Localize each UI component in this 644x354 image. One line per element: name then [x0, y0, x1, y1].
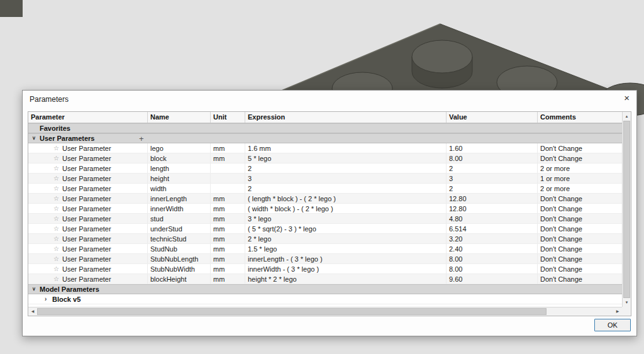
unit-cell[interactable]	[211, 163, 245, 173]
add-parameter-icon[interactable]: +	[139, 134, 144, 143]
unit-cell[interactable]: mm	[211, 194, 245, 203]
parameter-row-block[interactable]: ☆User Parameterblockmm5 * lego8.00Don't …	[28, 153, 623, 163]
value-cell[interactable]: 3.20	[447, 234, 538, 243]
comments-cell[interactable]: 2 or more	[538, 163, 623, 173]
expression-cell[interactable]: ( width * block ) - ( 2 * lego )	[245, 204, 447, 213]
name-cell[interactable]: block	[148, 153, 211, 163]
favorite-star-icon[interactable]: ☆	[53, 244, 59, 253]
unit-cell[interactable]: mm	[211, 244, 245, 253]
value-cell[interactable]: 9.60	[447, 274, 538, 284]
name-cell[interactable]: technicStud	[148, 234, 211, 243]
comments-cell[interactable]: Don't Change	[538, 224, 623, 233]
horizontal-scrollbar[interactable]: ◀ ▶	[28, 307, 622, 316]
expression-cell[interactable]: ( length * block ) - ( 2 * lego )	[245, 194, 447, 203]
comments-cell[interactable]: Don't Change	[538, 143, 623, 153]
column-header-name[interactable]: Name	[148, 112, 211, 123]
name-cell[interactable]: underStud	[148, 224, 211, 233]
expression-cell[interactable]: ( 5 * sqrt(2) - 3 ) * lego	[245, 224, 447, 233]
name-cell[interactable]: lego	[148, 143, 211, 153]
parameter-row-stud[interactable]: ☆User Parameterstudmm3 * lego4.80Don't C…	[28, 214, 623, 224]
value-cell[interactable]: 2	[447, 184, 538, 193]
favorite-star-icon[interactable]: ☆	[53, 204, 59, 213]
parameter-row-technicstud[interactable]: ☆User ParametertechnicStudmm2 * lego3.20…	[28, 234, 623, 244]
group-row-user-parameters[interactable]: ∨User Parameters+	[28, 133, 623, 143]
scroll-down-icon[interactable]: ▼	[623, 298, 631, 307]
comments-cell[interactable]: 2 or more	[538, 184, 623, 193]
expression-cell[interactable]: 2	[245, 163, 447, 173]
scroll-left-icon[interactable]: ◀	[28, 307, 37, 316]
chevron-down-icon[interactable]: ∨	[32, 133, 40, 143]
unit-cell[interactable]: mm	[211, 204, 245, 213]
comments-cell[interactable]: Don't Change	[538, 264, 623, 274]
expression-cell[interactable]: 3	[245, 174, 447, 183]
favorite-star-icon[interactable]: ☆	[53, 214, 59, 223]
comments-cell[interactable]: Don't Change	[538, 234, 623, 243]
name-cell[interactable]: height	[148, 174, 211, 183]
parameter-row-length[interactable]: ☆User Parameterlength222 or more	[28, 163, 623, 174]
column-header-unit[interactable]: Unit	[211, 112, 245, 123]
unit-cell[interactable]: mm	[211, 143, 245, 153]
parameter-row-innerwidth[interactable]: ☆User ParameterinnerWidthmm( width * blo…	[28, 204, 623, 214]
expression-cell[interactable]: innerWidth - ( 3 * lego )	[245, 264, 447, 274]
comments-cell[interactable]: Don't Change	[538, 254, 623, 263]
favorite-star-icon[interactable]: ☆	[53, 153, 59, 163]
horizontal-scrollbar-thumb[interactable]	[37, 308, 547, 315]
comments-cell[interactable]: 1 or more	[538, 174, 623, 183]
column-header-expression[interactable]: Expression	[245, 112, 447, 123]
parameter-row-understud[interactable]: ☆User ParameterunderStudmm( 5 * sqrt(2) …	[28, 224, 623, 234]
chevron-down-icon[interactable]: ∨	[32, 284, 40, 294]
column-header-value[interactable]: Value	[447, 112, 538, 123]
value-cell[interactable]: 12.80	[447, 194, 538, 203]
parameter-row-lego[interactable]: ☆User Parameterlegomm1.6 mm1.60Don't Cha…	[28, 143, 623, 153]
unit-cell[interactable]: mm	[211, 254, 245, 263]
parameter-row-innerlength[interactable]: ☆User ParameterinnerLengthmm( length * b…	[28, 194, 623, 204]
unit-cell[interactable]: mm	[211, 274, 245, 284]
group-row-model-parameters[interactable]: ∨Model Parameters	[28, 284, 623, 294]
comments-cell[interactable]: Don't Change	[538, 244, 623, 253]
expression-cell[interactable]: 5 * lego	[245, 153, 447, 163]
unit-cell[interactable]	[211, 174, 245, 183]
expression-cell[interactable]: 3 * lego	[245, 214, 447, 223]
value-cell[interactable]: 8.00	[447, 264, 538, 274]
favorite-star-icon[interactable]: ☆	[53, 143, 59, 153]
name-cell[interactable]: stud	[148, 214, 211, 223]
value-cell[interactable]: 6.514	[447, 224, 538, 233]
group-row-favorites[interactable]: Favorites	[28, 123, 623, 133]
value-cell[interactable]: 12.80	[447, 204, 538, 213]
comments-cell[interactable]: Don't Change	[538, 153, 623, 163]
scroll-right-icon[interactable]: ▶	[613, 307, 622, 316]
value-cell[interactable]: 4.80	[447, 214, 538, 223]
value-cell[interactable]: 8.00	[447, 254, 538, 263]
favorite-star-icon[interactable]: ☆	[53, 264, 59, 274]
parameter-row-width[interactable]: ☆User Parameterwidth222 or more	[28, 184, 623, 194]
name-cell[interactable]: StubNubWidth	[148, 264, 211, 274]
value-cell[interactable]: 8.00	[447, 153, 538, 163]
name-cell[interactable]: blockHeight	[148, 274, 211, 284]
comments-cell[interactable]: Don't Change	[538, 204, 623, 213]
value-cell[interactable]: 2.40	[447, 244, 538, 253]
name-cell[interactable]: length	[148, 163, 211, 173]
favorite-star-icon[interactable]: ☆	[53, 234, 59, 243]
name-cell[interactable]: StubNubLength	[148, 254, 211, 263]
parameter-row-stubnublength[interactable]: ☆User ParameterStubNubLengthmminnerLengt…	[28, 254, 623, 264]
name-cell[interactable]: innerWidth	[148, 204, 211, 213]
expression-cell[interactable]: 1.5 * lego	[245, 244, 447, 253]
parameter-row-studnub[interactable]: ☆User ParameterStudNubmm1.5 * lego2.40Do…	[28, 244, 623, 254]
favorite-star-icon[interactable]: ☆	[53, 224, 59, 233]
unit-cell[interactable]: mm	[211, 153, 245, 163]
favorite-star-icon[interactable]: ☆	[53, 163, 59, 173]
expression-cell[interactable]: 2	[245, 184, 447, 193]
ok-button[interactable]: OK	[594, 319, 631, 331]
vertical-scrollbar[interactable]: ▲ ▼	[622, 112, 631, 307]
name-cell[interactable]: width	[148, 184, 211, 193]
unit-cell[interactable]: mm	[211, 214, 245, 223]
favorite-star-icon[interactable]: ☆	[53, 174, 59, 183]
vertical-scrollbar-thumb[interactable]	[623, 121, 630, 298]
parameter-row-stubnubwidth[interactable]: ☆User ParameterStubNubWidthmminnerWidth …	[28, 264, 623, 274]
value-cell[interactable]: 1.60	[447, 143, 538, 153]
unit-cell[interactable]: mm	[211, 264, 245, 274]
favorite-star-icon[interactable]: ☆	[53, 274, 59, 284]
expression-cell[interactable]: 2 * lego	[245, 234, 447, 243]
unit-cell[interactable]: mm	[211, 234, 245, 243]
unit-cell[interactable]: mm	[211, 224, 245, 233]
